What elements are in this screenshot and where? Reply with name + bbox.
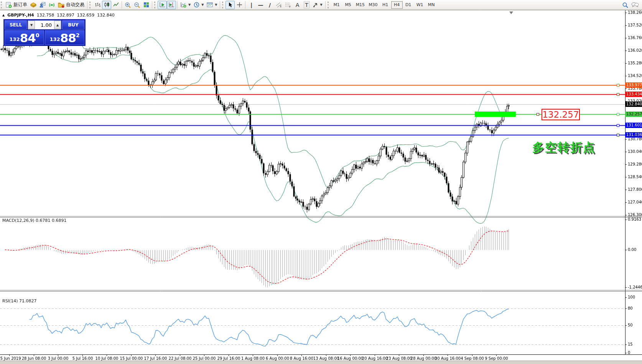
ohlc-low: 132.659 — [77, 13, 95, 18]
svg-text:E: E — [280, 5, 281, 8]
chart-shift-icon — [168, 2, 174, 8]
volume-input[interactable] — [35, 21, 54, 29]
auto-trading-label: 自动交易 — [66, 2, 84, 8]
timeframe-m5[interactable]: M5 — [342, 1, 354, 9]
sell-price-button[interactable]: 132 84 0 — [5, 30, 44, 45]
search-icon[interactable] — [622, 2, 628, 8]
indicators-button[interactable]: ▼ — [179, 1, 192, 9]
price-axis-label: 131.601 — [625, 123, 642, 128]
tile-windows-button[interactable] — [142, 1, 151, 9]
templates-caret: ▼ — [215, 3, 217, 7]
clock-icon — [194, 2, 199, 8]
trendline-button[interactable]: / — [265, 1, 274, 9]
indicators-icon — [180, 2, 186, 8]
text-label-icon: T — [304, 2, 309, 8]
templates-button[interactable]: ▼ — [205, 1, 219, 9]
mt4-window: { "toolbar": { "new_order_label": "新订单",… — [0, 0, 642, 364]
buy-price-small: 132 — [49, 36, 60, 42]
svg-text:F: F — [289, 5, 291, 8]
signals-button[interactable] — [47, 1, 56, 9]
fibonacci-button[interactable]: F — [283, 1, 293, 9]
volume-down-button[interactable]: ▼ — [28, 21, 35, 29]
templates-icon — [207, 2, 213, 8]
timeframe-m30[interactable]: M30 — [367, 1, 380, 9]
vertical-line-icon: | — [250, 2, 252, 8]
price-annotation-box[interactable]: 132.257 — [542, 109, 580, 120]
sell-price-big: 84 — [20, 32, 36, 44]
candlestick-icon — [104, 2, 110, 8]
cursor-button[interactable] — [226, 1, 235, 9]
tile-windows-icon — [143, 2, 149, 8]
person-chart-icon — [40, 2, 46, 8]
volume-up-button[interactable]: ▲ — [54, 21, 61, 29]
indicators-caret: ▼ — [188, 3, 191, 7]
cursor-icon — [228, 2, 233, 8]
timeframe-d1[interactable]: D1 — [403, 1, 414, 9]
sell-price-sup: 0 — [36, 32, 40, 38]
zoom-out-icon — [134, 2, 140, 8]
arrows-icon — [313, 2, 318, 8]
macd-label: MACD(12,26,9) 0.6781 0.6891 — [2, 218, 67, 223]
fibonacci-icon: F — [285, 2, 291, 8]
auto-trading-button[interactable]: 自动交易 — [56, 1, 86, 9]
zoom-in-button[interactable] — [123, 1, 132, 9]
horizontal-line-icon: — — [258, 2, 263, 8]
market-watch-button[interactable] — [38, 1, 47, 9]
line-chart-icon — [113, 2, 119, 8]
auto-trading-icon — [58, 2, 64, 8]
new-order-label: 新订单 — [13, 2, 27, 8]
chat-icon[interactable] — [631, 2, 639, 8]
text-icon: A — [296, 2, 300, 8]
auto-scroll-icon — [159, 2, 165, 8]
timeframe-h4[interactable]: H4 — [391, 1, 403, 9]
buy-price-button[interactable]: 132 88 2 — [45, 30, 84, 45]
channel-button[interactable]: E — [274, 1, 283, 9]
candlestick-chart-button[interactable] — [102, 1, 111, 9]
expand-panel-triangle[interactable]: ▲ — [2, 13, 5, 17]
channel-icon: E — [276, 2, 282, 8]
volume-control: ▼ ▲ — [28, 20, 61, 30]
crosshair-button[interactable] — [235, 1, 244, 9]
timeframe-h1[interactable]: H1 — [380, 1, 391, 9]
text-label-button[interactable]: T — [302, 1, 311, 9]
sell-button[interactable]: SELL — [5, 20, 27, 30]
price-axis-label: 132.840 — [625, 102, 642, 107]
price-box-handle[interactable] — [537, 113, 539, 116]
chart-canvas[interactable] — [0, 0, 642, 364]
price-axis-label: 131.036 — [625, 132, 642, 138]
buy-price-big: 88 — [60, 32, 76, 44]
toolbar-grip[interactable] — [1, 2, 3, 8]
timeframe-m15[interactable]: M15 — [354, 1, 367, 9]
history-center-button[interactable] — [29, 1, 38, 9]
auto-scroll-button[interactable] — [158, 1, 167, 9]
periods-button[interactable]: ▼ — [192, 1, 205, 9]
arrows-button[interactable]: ▼ — [311, 1, 324, 9]
line-chart-button[interactable] — [111, 1, 120, 9]
price-axis-label: 133.434 — [625, 92, 642, 97]
price-axis-label: 132.257 — [625, 111, 642, 117]
trendline-icon: / — [269, 2, 271, 8]
horizontal-line-button[interactable]: — — [256, 1, 265, 9]
ohlc-close: 132.840 — [97, 13, 115, 18]
timeframe-m1[interactable]: M1 — [331, 1, 342, 9]
turning-point-text: 多空转折点 — [532, 139, 596, 156]
timeframe-w1[interactable]: W1 — [414, 1, 426, 9]
chart-shift-button[interactable] — [167, 1, 176, 9]
zoom-out-button[interactable] — [132, 1, 142, 9]
bar-chart-button[interactable] — [93, 1, 102, 9]
buy-button[interactable]: BUY — [62, 20, 84, 30]
price-axis-label: 133.977 — [625, 82, 642, 88]
timeframe-mn[interactable]: MN — [426, 1, 437, 9]
vertical-line-button[interactable]: | — [247, 1, 256, 9]
rsi-label: RSI(14) 71.0827 — [2, 298, 36, 303]
arrows-caret: ▼ — [320, 3, 322, 7]
one-click-trading-panel: SELL ▼ ▲ BUY 132 84 0 132 88 2 — [3, 19, 86, 46]
zoom-in-icon — [125, 2, 131, 8]
text-button[interactable]: A — [293, 1, 302, 9]
ohlc-high: 132.897 — [57, 13, 74, 18]
timeframe-group: M1M5M15M30H1H4D1W1MN — [331, 1, 437, 9]
new-order-button[interactable]: 新订单 — [4, 1, 29, 9]
bar-chart-icon — [95, 2, 100, 8]
crosshair-icon — [237, 2, 242, 8]
buy-price-sup: 2 — [76, 32, 80, 38]
